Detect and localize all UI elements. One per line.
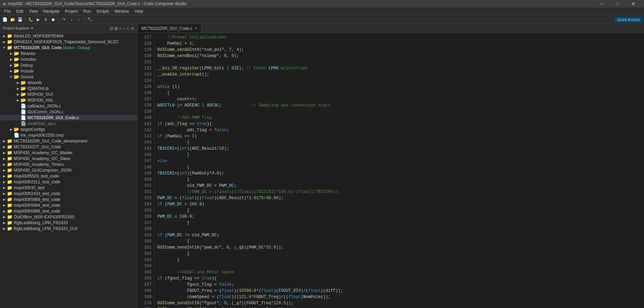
menu-navigate[interactable]: Navigate [41, 8, 62, 14]
tree-item-fr6989[interactable]: ▶ 📁 msp430fr6989_test_code [0, 208, 137, 214]
collapse-all-icon[interactable]: ⊟ [110, 26, 113, 31]
tree-label-driverlib: driverlib [27, 80, 42, 85]
code-line-166: if (fgout_flag == true){ [157, 275, 641, 282]
tree-item-msp430gui[interactable]: ▶ 📂 MSP430_GUI [0, 91, 137, 97]
project-icon: 📁 [7, 33, 12, 38]
debug-button[interactable]: 🐛 [27, 16, 34, 23]
code-line-138: ADCCTL0 |= ADCENC | ADCSC; // Sampling a… [157, 102, 641, 109]
includes-icon: 📂 [14, 57, 19, 62]
menu-view[interactable]: View [26, 8, 41, 14]
project-icon-9: 📁 [7, 173, 12, 179]
code-content[interactable]: //Preset Initializations PwmSel = 1; GUI… [155, 33, 644, 308]
menu-edit[interactable]: Edit [13, 8, 26, 14]
tree-item-guicomm[interactable]: ▶ 📄 GUIComm_JSON.c [0, 109, 137, 115]
tree-label-guicomm: GUIComm_JSON.c [27, 110, 64, 114]
tree-item-source[interactable]: ▼ 📂 Source [0, 74, 137, 80]
c-file-active-icon: 📄 [21, 115, 26, 120]
project-icon-3: 📁 [7, 138, 12, 144]
tree-label-fr35: msp430fr35_test [14, 185, 44, 190]
tree-item-lnk[interactable]: ▶ 📄 lnk_msp430fr2355.cmd [0, 132, 137, 138]
tree-arrow-rgbledgui: ▶ [1, 227, 7, 230]
tree-item-iqmath[interactable]: ▶ 📂 IQMATHLib [0, 85, 137, 91]
tree-item-outofbox[interactable]: ▶ 📁 OutOfBox_MSP-EXP430FR2355 [0, 214, 137, 220]
tree-item-mct8316[interactable]: ▼ 📁 MCT8316Z0R_GUI_Code [Active - Debug] [0, 45, 137, 50]
quick-access-button[interactable]: Quick Access [614, 17, 643, 22]
tree-item-mct8316dev[interactable]: ▶ 📁 MCT8316Z0R_GUI_Code_development [0, 138, 137, 144]
tree-item-debug[interactable]: ▶ 📂 Debug [0, 62, 137, 68]
tree-item-guicomposer[interactable]: ▶ 📁 MSP430_GUIComposer_JSON [0, 167, 137, 173]
menu-project[interactable]: Project [62, 8, 80, 14]
msp430hal-icon: 📂 [21, 98, 26, 103]
step-into-button[interactable]: ↓ [68, 16, 75, 23]
tree-item-fr2311[interactable]: ▶ 📁 msp430fr2311_test_code [0, 179, 137, 185]
code-line-140: //ADC-PWM flag [157, 115, 641, 121]
c-file-icon-2: 📄 [21, 109, 26, 114]
tree-item-msp430hal[interactable]: ▶ 📂 MSP430_HAL [0, 97, 137, 103]
menu-run[interactable]: Run [81, 8, 94, 14]
code-line-134 [157, 78, 641, 84]
close-button[interactable]: ✕ [625, 0, 641, 8]
code-line-145: TB1CCR1=(int)(ADC_Result/10); [157, 146, 641, 152]
build-button[interactable]: 🔨 [86, 16, 93, 23]
tree-item-timers[interactable]: ▶ 📁 MSP430_Academy_Timers [0, 161, 137, 167]
tree-item-rgbled[interactable]: ▶ 📁 RgbLedMixing_LPM_FR2433 [0, 220, 137, 226]
tree-item-fr35[interactable]: ▶ 📁 msp430fr35_test [0, 185, 137, 191]
code-line-146: } [157, 152, 641, 158]
tree-item-fr2433[interactable]: ▶ 📁 msp430fr2433_test_code [0, 191, 137, 196]
tree-item-callbacks[interactable]: ▶ 📄 callbacks_JSON.c [0, 103, 137, 109]
open-button[interactable]: 📁 [9, 16, 16, 23]
minimize-view-icon[interactable]: ─ [123, 26, 126, 31]
sidebar-header-icons: ⊟ ⊞ ▿ ─ □ ✕ [110, 26, 134, 31]
tree-item-blinkled[interactable]: ▶ 📁 BlinkLED_MSP430FR5994 [0, 33, 137, 39]
tree-item-drv832x[interactable]: ▶ 📁 DRV832X_MSP430F5529_Trapezoidal_Sens… [0, 39, 137, 45]
tree-label-include: Include [21, 69, 34, 73]
tree-item-mct8316z[interactable]: ▶ 📄 mct8316z_spi.c [0, 121, 137, 126]
step-return-button[interactable]: ↑ [76, 16, 82, 23]
stop-button[interactable]: ⏹ [50, 16, 57, 23]
expand-all-icon[interactable]: ▿ [119, 26, 121, 31]
project-icon-5: 📁 [7, 150, 12, 155]
tree-item-rgbledgui[interactable]: ▶ 📁 RgbLedMixing_LPM_FR2433_GUI [0, 226, 137, 231]
new-button[interactable]: 📄 [1, 16, 8, 23]
tree-label-targetconfigs: targetConfigs [21, 127, 45, 132]
maximize-view-icon[interactable]: □ [127, 26, 129, 31]
menu-help[interactable]: Help [132, 8, 146, 14]
close-view-icon[interactable]: ✕ [131, 26, 134, 31]
tree-item-targetconfigs[interactable]: ▶ 📂 targetConfigs [0, 126, 137, 132]
tree-item-i2cmaster[interactable]: ▶ 📁 MSP430_Academy_I2C_Master [0, 150, 137, 156]
tree-arrow-mct8316: ▼ [1, 46, 7, 49]
menu-window[interactable]: Window [112, 8, 132, 14]
link-editor-icon[interactable]: ⊞ [114, 26, 118, 31]
tree-arrow-fr35: ▶ [1, 186, 7, 190]
menu-file[interactable]: File [1, 8, 13, 14]
tree-item-fr5969[interactable]: ▶ 📁 msp430fr5969_test_code [0, 196, 137, 202]
minimize-button[interactable]: – [594, 0, 610, 8]
tree-item-mct8316z0t[interactable]: ▶ 📁 MCT8316Z0T_GUI_Code [0, 144, 137, 150]
tree-item-mct8316code[interactable]: ▶ 📄 MCT8316Z0R_GUI_Code.c [0, 115, 137, 121]
menu-scripts[interactable]: Scripts [94, 8, 112, 14]
cmd-file-icon: 📄 [14, 133, 19, 138]
tree-item-include[interactable]: ▶ 📂 Include [0, 68, 137, 74]
maximize-button[interactable]: □ [610, 0, 625, 8]
tree-item-includes[interactable]: ▶ 📂 Includes [0, 56, 137, 62]
tab-close-button[interactable]: ✕ [194, 26, 197, 30]
tree-arrow-drv832x: ▶ [1, 40, 7, 44]
project-active-icon: 📁 [7, 45, 12, 50]
tree-item-i2cslave[interactable]: ▶ 📁 MSP430_Academy_I2C_Slave [0, 156, 137, 161]
project-icon-4: 📁 [7, 144, 12, 149]
run-button[interactable]: ▶ [35, 16, 42, 23]
editor-tab-active[interactable]: MCT8316Z0R_GUI_Code.c ✕ [137, 24, 202, 33]
tree-item-driverlib[interactable]: ▶ 📂 driverlib [0, 80, 137, 85]
tree-item-fr5994[interactable]: ▶ 📁 msp430fr5994_test_code [0, 202, 137, 208]
tree-label-lnk: lnk_msp430fr2355.cmd [21, 133, 64, 138]
step-over-button[interactable]: ↷ [60, 16, 67, 23]
pause-button[interactable]: ⏸ [42, 16, 49, 23]
tree-item-f5529[interactable]: ▶ 📁 msp430f5529_test_code [0, 173, 137, 179]
save-button[interactable]: 💾 [16, 16, 23, 23]
debug-icon: 📂 [14, 62, 19, 68]
code-line-128: PwmSel = 1; [157, 41, 641, 47]
tree-label-fr2433: msp430fr2433_test_code [14, 191, 60, 196]
tree-label-outofbox: OutOfBox_MSP-EXP430FR2355 [14, 215, 74, 219]
tree-item-binaries[interactable]: ▶ 📂 Binaries [0, 50, 137, 56]
tree-arrow-fr2433: ▶ [1, 192, 7, 195]
